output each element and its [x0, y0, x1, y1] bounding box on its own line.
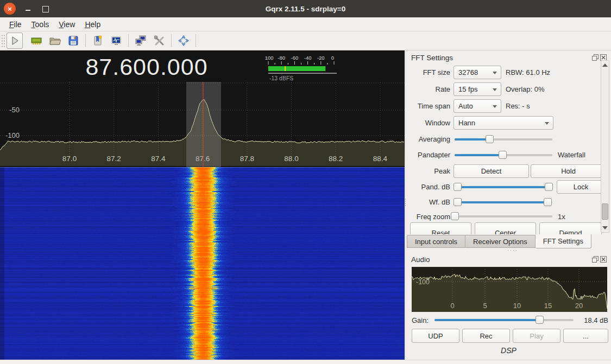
- range-slider-min-handle[interactable]: [453, 198, 462, 206]
- scrollbar-thumb[interactable]: [602, 203, 608, 220]
- range-slider-max-handle[interactable]: [545, 183, 553, 191]
- time-span-label: Time span: [408, 102, 450, 110]
- slider-handle[interactable]: [486, 135, 494, 143]
- tools-icon: [153, 35, 165, 47]
- pandapter[interactable]: -50-10087.087.287.487.687.888.088.288.4 …: [0, 50, 405, 167]
- menu-bar: File Tools View Help: [0, 17, 611, 31]
- fft-size-combo[interactable]: 32768: [453, 66, 501, 79]
- pandapter-waterfall-split-slider[interactable]: [453, 151, 553, 159]
- tab-input-controls[interactable]: Input controls: [407, 235, 465, 248]
- iq-scope-icon: [110, 35, 122, 47]
- range-slider-min-handle[interactable]: [453, 183, 462, 191]
- freq-zoom-value: 1x: [558, 213, 565, 221]
- center-button[interactable]: Center: [475, 222, 536, 234]
- averaging-slider[interactable]: [453, 135, 553, 144]
- slider-handle[interactable]: [499, 151, 507, 159]
- res-value: Res: - s: [506, 102, 530, 110]
- svg-text:-100: -100: [5, 131, 20, 139]
- svg-text:0: 0: [450, 302, 454, 310]
- range-slider-max-handle[interactable]: [544, 198, 552, 206]
- load-settings-button[interactable]: [47, 33, 63, 49]
- frequency-readout[interactable]: 87.600.000: [0, 54, 293, 80]
- audio-options-button[interactable]: ...: [563, 329, 608, 343]
- gqrx-window: × Gqrx 2.11.5 - sdrplay=0 File Tools Vie…: [0, 0, 611, 364]
- svg-text:-60: -60: [291, 55, 299, 61]
- dsp-memory-icon: [30, 35, 42, 47]
- audio-spectrum-plot: -100051015202: [412, 267, 607, 312]
- lock-button[interactable]: Lock: [557, 180, 605, 194]
- peak-label: Peak: [408, 167, 450, 175]
- float-dock-icon[interactable]: [592, 256, 599, 263]
- window-label: Window: [408, 119, 450, 127]
- remote-control-button[interactable]: [133, 33, 149, 49]
- open-folder-icon: [49, 35, 61, 47]
- fft-panel-scrollbar[interactable]: [601, 60, 609, 233]
- pandapter-db-range-slider[interactable]: [453, 183, 553, 191]
- maximize-button[interactable]: [42, 6, 49, 12]
- save-settings-button[interactable]: [65, 33, 81, 49]
- iq-tool-button[interactable]: [108, 33, 124, 49]
- audio-spectrum: -100051015202: [412, 267, 607, 312]
- start-dsp-button[interactable]: [7, 33, 23, 49]
- peak-detect-button[interactable]: Detect: [453, 164, 529, 178]
- slider-handle[interactable]: [536, 316, 544, 324]
- chevron-down-icon: [493, 105, 497, 108]
- bookmarks-button[interactable]: [90, 33, 106, 49]
- rate-combo[interactable]: 15 fps: [453, 82, 501, 96]
- minimize-button[interactable]: [26, 10, 30, 11]
- status-bar: [0, 360, 611, 364]
- tools-button[interactable]: [151, 33, 167, 49]
- splitter-handle-icon[interactable]: [507, 250, 519, 251]
- svg-text:-100: -100: [416, 278, 430, 286]
- toolbar-separator: [171, 34, 172, 47]
- waterfall-db-range-slider[interactable]: [453, 198, 553, 207]
- gain-label: Gain:: [412, 316, 433, 324]
- menu-view[interactable]: View: [54, 18, 80, 30]
- menu-tools[interactable]: Tools: [27, 18, 54, 30]
- menu-file[interactable]: File: [4, 18, 27, 30]
- audio-title: Audio: [411, 256, 430, 264]
- svg-text:-80: -80: [278, 55, 285, 61]
- scroll-down-icon[interactable]: [602, 226, 608, 229]
- slider-handle[interactable]: [451, 212, 459, 220]
- tab-receiver-options[interactable]: Receiver Options: [465, 235, 536, 248]
- play-button[interactable]: Play: [513, 329, 560, 343]
- overlap-value: Overlap: 0%: [506, 85, 545, 93]
- window-combo[interactable]: Hann: [453, 116, 553, 130]
- chevron-down-icon: [545, 122, 549, 125]
- toolbar-grip[interactable]: [1, 34, 5, 47]
- bookmark-icon: [92, 35, 104, 47]
- plotter-pane: -50-10087.087.287.487.687.888.088.288.4 …: [0, 50, 405, 360]
- peak-hold-button[interactable]: Hold: [531, 164, 606, 178]
- averaging-label: Averaging: [408, 135, 450, 143]
- tool-bar: [0, 31, 611, 50]
- demod-button[interactable]: Demod: [539, 222, 602, 234]
- reset-button[interactable]: Reset: [410, 222, 471, 234]
- close-button[interactable]: ×: [4, 3, 16, 15]
- gain-value: 18.4 dB: [584, 316, 608, 324]
- title-bar: × Gqrx 2.11.5 - sdrplay=0: [0, 0, 611, 17]
- svg-text:10: 10: [513, 302, 521, 310]
- menu-help[interactable]: Help: [80, 18, 105, 30]
- audio-gain-slider[interactable]: [433, 316, 575, 324]
- toolbar-separator: [196, 34, 196, 47]
- fullscreen-button[interactable]: [175, 33, 192, 49]
- waterfall[interactable]: [0, 167, 405, 360]
- waterfall-canvas[interactable]: [0, 167, 405, 360]
- svg-text:5: 5: [483, 302, 487, 310]
- chevron-down-icon: [493, 72, 497, 74]
- play-icon: [9, 35, 21, 47]
- fft-settings-title: FFT Settings: [411, 54, 453, 62]
- dock-tab-bar: Input controls Receiver Options FFT Sett…: [406, 234, 611, 248]
- rec-button[interactable]: Rec: [462, 329, 510, 343]
- float-dock-icon[interactable]: [592, 54, 599, 61]
- tab-fft-settings[interactable]: FFT Settings: [536, 234, 591, 248]
- controls-pane: FFT Settings FFT size 32768 RBW: 61.0 Hz…: [406, 50, 611, 360]
- time-span-combo[interactable]: Auto: [453, 99, 501, 113]
- configure-io-button[interactable]: [28, 33, 45, 49]
- udp-button[interactable]: UDP: [412, 329, 459, 343]
- freq-zoom-slider[interactable]: [453, 212, 553, 221]
- scroll-up-icon[interactable]: [602, 63, 608, 67]
- rate-label: Rate: [408, 85, 450, 93]
- close-dock-icon[interactable]: [600, 256, 607, 263]
